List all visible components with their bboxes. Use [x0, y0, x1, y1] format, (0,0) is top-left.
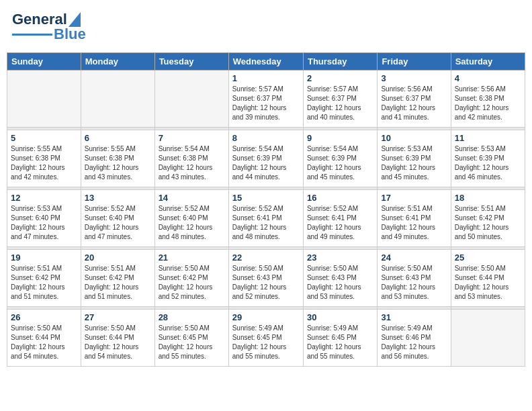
day-info: Sunrise: 5:50 AM Sunset: 6:43 PM Dayligh…	[232, 264, 300, 302]
day-number: 29	[232, 312, 300, 322]
day-number: 21	[159, 253, 225, 263]
day-number: 1	[232, 73, 300, 83]
day-info: Sunrise: 5:51 AM Sunset: 6:41 PM Dayligh…	[381, 204, 447, 242]
calendar-cell	[154, 71, 228, 128]
day-info: Sunrise: 5:54 AM Sunset: 6:39 PM Dayligh…	[232, 144, 300, 182]
calendar-cell: 22Sunrise: 5:50 AM Sunset: 6:43 PM Dayli…	[228, 250, 303, 307]
calendar-week-row: 26Sunrise: 5:50 AM Sunset: 6:44 PM Dayli…	[7, 310, 525, 367]
calendar-cell: 26Sunrise: 5:50 AM Sunset: 6:44 PM Dayli…	[7, 310, 81, 367]
calendar-cell: 15Sunrise: 5:52 AM Sunset: 6:41 PM Dayli…	[228, 190, 303, 247]
svg-marker-0	[69, 12, 81, 27]
day-info: Sunrise: 5:49 AM Sunset: 6:45 PM Dayligh…	[232, 324, 300, 361]
day-info: Sunrise: 5:51 AM Sunset: 6:42 PM Dayligh…	[85, 264, 151, 302]
day-info: Sunrise: 5:55 AM Sunset: 6:38 PM Dayligh…	[85, 144, 151, 182]
calendar-cell	[7, 71, 81, 128]
calendar-cell: 21Sunrise: 5:50 AM Sunset: 6:42 PM Dayli…	[154, 250, 228, 307]
day-info: Sunrise: 5:52 AM Sunset: 6:41 PM Dayligh…	[232, 204, 300, 242]
day-number: 31	[381, 312, 447, 322]
day-number: 22	[232, 253, 300, 263]
day-number: 9	[307, 133, 373, 143]
day-info: Sunrise: 5:52 AM Sunset: 6:40 PM Dayligh…	[85, 204, 151, 242]
calendar-cell: 31Sunrise: 5:49 AM Sunset: 6:46 PM Dayli…	[378, 310, 451, 367]
day-number: 19	[11, 253, 77, 263]
day-number: 4	[455, 73, 521, 83]
day-number: 10	[381, 133, 447, 143]
calendar-cell: 5Sunrise: 5:55 AM Sunset: 6:38 PM Daylig…	[7, 130, 81, 187]
day-number: 28	[159, 312, 225, 322]
page-header: General Blue	[7, 7, 525, 47]
day-info: Sunrise: 5:57 AM Sunset: 6:37 PM Dayligh…	[307, 85, 373, 122]
day-number: 11	[455, 133, 521, 143]
day-info: Sunrise: 5:52 AM Sunset: 6:41 PM Dayligh…	[307, 204, 373, 242]
day-number: 30	[307, 312, 373, 322]
day-info: Sunrise: 5:50 AM Sunset: 6:43 PM Dayligh…	[381, 264, 447, 302]
day-number: 18	[455, 193, 521, 203]
weekday-header: Sunday	[7, 53, 81, 71]
day-info: Sunrise: 5:54 AM Sunset: 6:38 PM Dayligh…	[159, 144, 225, 182]
day-number: 16	[307, 193, 373, 203]
day-number: 5	[11, 133, 77, 143]
calendar-cell: 18Sunrise: 5:51 AM Sunset: 6:42 PM Dayli…	[451, 190, 525, 247]
day-info: Sunrise: 5:50 AM Sunset: 6:45 PM Dayligh…	[159, 324, 225, 361]
calendar-cell: 9Sunrise: 5:54 AM Sunset: 6:39 PM Daylig…	[303, 130, 377, 187]
weekday-header: Thursday	[303, 53, 377, 71]
day-number: 15	[232, 193, 300, 203]
calendar-cell: 16Sunrise: 5:52 AM Sunset: 6:41 PM Dayli…	[303, 190, 377, 247]
day-info: Sunrise: 5:54 AM Sunset: 6:39 PM Dayligh…	[307, 144, 373, 182]
day-number: 2	[307, 73, 373, 83]
weekday-header: Saturday	[451, 53, 525, 71]
day-number: 6	[85, 133, 151, 143]
day-info: Sunrise: 5:53 AM Sunset: 6:40 PM Dayligh…	[11, 204, 77, 242]
logo-blue: Blue	[54, 26, 86, 43]
calendar-cell: 11Sunrise: 5:53 AM Sunset: 6:39 PM Dayli…	[451, 130, 525, 187]
day-info: Sunrise: 5:50 AM Sunset: 6:44 PM Dayligh…	[85, 324, 151, 361]
calendar-cell: 8Sunrise: 5:54 AM Sunset: 6:39 PM Daylig…	[228, 130, 303, 187]
day-info: Sunrise: 5:50 AM Sunset: 6:43 PM Dayligh…	[307, 264, 373, 302]
day-info: Sunrise: 5:51 AM Sunset: 6:42 PM Dayligh…	[11, 264, 77, 302]
day-number: 13	[85, 193, 151, 203]
calendar-cell: 13Sunrise: 5:52 AM Sunset: 6:40 PM Dayli…	[81, 190, 154, 247]
day-number: 27	[85, 312, 151, 322]
day-number: 7	[159, 133, 225, 143]
day-info: Sunrise: 5:55 AM Sunset: 6:38 PM Dayligh…	[11, 144, 77, 182]
calendar-cell: 6Sunrise: 5:55 AM Sunset: 6:38 PM Daylig…	[81, 130, 154, 187]
day-number: 23	[307, 253, 373, 263]
calendar-cell	[451, 310, 525, 367]
calendar-table: SundayMondayTuesdayWednesdayThursdayFrid…	[7, 52, 525, 367]
day-number: 26	[11, 312, 77, 322]
day-info: Sunrise: 5:51 AM Sunset: 6:42 PM Dayligh…	[455, 204, 521, 242]
day-info: Sunrise: 5:50 AM Sunset: 6:42 PM Dayligh…	[159, 264, 225, 302]
calendar-cell: 7Sunrise: 5:54 AM Sunset: 6:38 PM Daylig…	[154, 130, 228, 187]
calendar-week-row: 1Sunrise: 5:57 AM Sunset: 6:37 PM Daylig…	[7, 71, 525, 128]
day-info: Sunrise: 5:53 AM Sunset: 6:39 PM Dayligh…	[381, 144, 447, 182]
calendar-cell	[81, 71, 154, 128]
calendar-cell: 19Sunrise: 5:51 AM Sunset: 6:42 PM Dayli…	[7, 250, 81, 307]
logo-icon	[69, 12, 81, 27]
calendar-cell: 28Sunrise: 5:50 AM Sunset: 6:45 PM Dayli…	[154, 310, 228, 367]
day-number: 20	[85, 253, 151, 263]
weekday-header: Wednesday	[228, 53, 303, 71]
calendar-cell: 14Sunrise: 5:52 AM Sunset: 6:40 PM Dayli…	[154, 190, 228, 247]
weekday-header: Tuesday	[154, 53, 228, 71]
calendar-week-row: 5Sunrise: 5:55 AM Sunset: 6:38 PM Daylig…	[7, 130, 525, 187]
calendar-cell: 17Sunrise: 5:51 AM Sunset: 6:41 PM Dayli…	[378, 190, 451, 247]
day-info: Sunrise: 5:57 AM Sunset: 6:37 PM Dayligh…	[232, 85, 300, 122]
weekday-header: Friday	[378, 53, 451, 71]
weekday-header: Monday	[81, 53, 154, 71]
day-info: Sunrise: 5:52 AM Sunset: 6:40 PM Dayligh…	[159, 204, 225, 242]
calendar-cell: 2Sunrise: 5:57 AM Sunset: 6:37 PM Daylig…	[303, 71, 377, 128]
calendar-cell: 27Sunrise: 5:50 AM Sunset: 6:44 PM Dayli…	[81, 310, 154, 367]
day-info: Sunrise: 5:49 AM Sunset: 6:46 PM Dayligh…	[381, 324, 447, 361]
day-info: Sunrise: 5:49 AM Sunset: 6:45 PM Dayligh…	[307, 324, 373, 361]
day-number: 12	[11, 193, 77, 203]
day-info: Sunrise: 5:56 AM Sunset: 6:37 PM Dayligh…	[381, 85, 447, 122]
day-info: Sunrise: 5:50 AM Sunset: 6:44 PM Dayligh…	[455, 264, 521, 302]
day-number: 8	[232, 133, 300, 143]
day-number: 14	[159, 193, 225, 203]
calendar-cell: 4Sunrise: 5:56 AM Sunset: 6:38 PM Daylig…	[451, 71, 525, 128]
day-number: 3	[381, 73, 447, 83]
day-number: 25	[455, 253, 521, 263]
calendar-week-row: 12Sunrise: 5:53 AM Sunset: 6:40 PM Dayli…	[7, 190, 525, 247]
calendar-cell: 12Sunrise: 5:53 AM Sunset: 6:40 PM Dayli…	[7, 190, 81, 247]
calendar-cell: 10Sunrise: 5:53 AM Sunset: 6:39 PM Dayli…	[378, 130, 451, 187]
